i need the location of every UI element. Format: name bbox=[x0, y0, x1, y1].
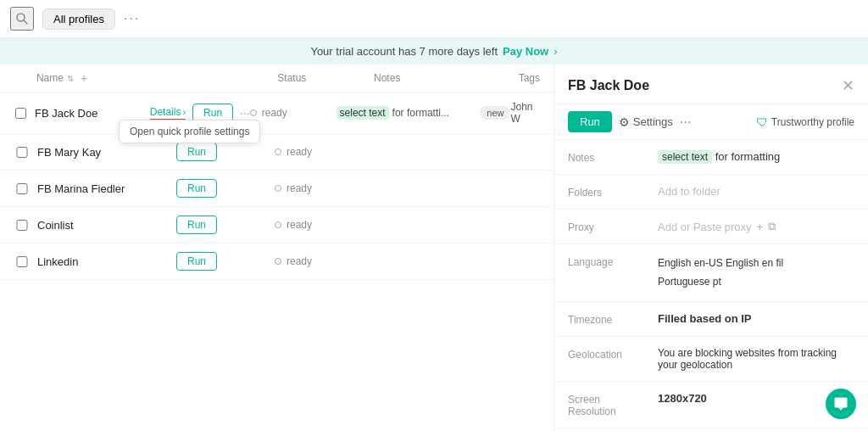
banner-arrow: › bbox=[554, 45, 557, 58]
toolbar-more-button[interactable]: ··· bbox=[680, 115, 691, 130]
search-button[interactable] bbox=[10, 7, 34, 31]
right-panel-content: Notes select text for formatting Folders… bbox=[554, 140, 868, 431]
tag-badge: new bbox=[480, 106, 510, 120]
toolbar-run-button[interactable]: Run bbox=[568, 111, 612, 132]
run-button[interactable]: Run bbox=[176, 143, 217, 161]
right-panel-toolbar: Run ⚙ Settings ··· 🛡 Trustworthy profile bbox=[554, 104, 868, 140]
column-notes: Notes bbox=[374, 72, 519, 84]
timezone-label: Timezone bbox=[568, 312, 644, 326]
status-cell: ready bbox=[275, 146, 376, 158]
table-row: Linkedin Run ready bbox=[0, 243, 554, 280]
status-cell: ready bbox=[275, 219, 376, 231]
proxy-copy-icon[interactable]: ⧉ bbox=[768, 220, 776, 233]
table-header: Name ⇅ + Status Notes Tags bbox=[0, 64, 554, 92]
sort-icon[interactable]: ⇅ bbox=[67, 74, 74, 83]
language-value: English en-US English en fil Portuguese … bbox=[658, 255, 854, 291]
settings-label: Settings bbox=[633, 115, 673, 128]
row-more-button[interactable]: ··· bbox=[240, 106, 250, 120]
profile-name-cell: Linkedin bbox=[37, 255, 173, 268]
svg-line-1 bbox=[24, 20, 27, 24]
notes-value: select text for formatting bbox=[658, 150, 854, 163]
right-panel-title: FB Jack Doe bbox=[568, 78, 835, 93]
chat-button[interactable] bbox=[826, 389, 856, 419]
run-button[interactable]: Run bbox=[176, 179, 217, 198]
table-row: FB Jack Doe Details › Run ··· ready sele… bbox=[0, 92, 554, 134]
column-status: Status bbox=[277, 72, 374, 84]
details-link[interactable]: Details › bbox=[150, 106, 186, 120]
status-text: ready bbox=[287, 219, 312, 231]
profile-name: FB Marina Fiedler bbox=[37, 182, 125, 195]
column-name: Name ⇅ + bbox=[36, 71, 181, 85]
proxy-value: Add or Paste proxy + ⧉ bbox=[658, 220, 854, 233]
status-text: ready bbox=[287, 182, 312, 194]
profile-name-cell: FB Marina Fiedler bbox=[37, 182, 173, 195]
geolocation-detail-row: Geolocation You are blocking websites fr… bbox=[554, 337, 868, 382]
status-indicator bbox=[275, 148, 281, 155]
proxy-label: Proxy bbox=[568, 220, 644, 233]
profile-name-cell: FB Mary Kay bbox=[37, 146, 173, 159]
row-checkbox[interactable] bbox=[14, 108, 28, 119]
status-cell: ready bbox=[250, 107, 337, 119]
trustworthy-label: Trustworthy profile bbox=[771, 116, 854, 128]
profile-name-cell: FB Jack Doe bbox=[35, 107, 150, 120]
folders-label: Folders bbox=[568, 185, 644, 199]
note-highlight: select text bbox=[337, 106, 389, 120]
run-button[interactable]: Run bbox=[176, 216, 217, 234]
proxy-add-icon[interactable]: + bbox=[757, 221, 764, 233]
trustworthy-badge: 🛡 Trustworthy profile bbox=[756, 115, 854, 129]
status-text: ready bbox=[287, 146, 312, 158]
note-text: for formatti... bbox=[392, 107, 449, 119]
row-checkbox[interactable] bbox=[14, 147, 31, 158]
folders-detail-row: Folders Add to folder bbox=[554, 175, 868, 210]
profile-name: FB Jack Doe bbox=[35, 107, 97, 120]
notes-highlight: select text bbox=[658, 150, 712, 164]
table-row: Coinlist Run ready bbox=[0, 207, 554, 243]
geolocation-value: You are blocking websites from tracking … bbox=[658, 347, 854, 371]
timezone-detail-row: Timezone Filled based on IP bbox=[554, 302, 868, 337]
proxy-detail-row: Proxy Add or Paste proxy + ⧉ bbox=[554, 210, 868, 244]
tooltip: Open quick profile settings bbox=[119, 120, 260, 143]
row-checkbox[interactable] bbox=[14, 220, 31, 231]
geolocation-label: Geolocation bbox=[568, 347, 644, 361]
notes-label: Notes bbox=[568, 150, 644, 164]
language-line1: English en-US English en fil bbox=[658, 255, 854, 273]
proxy-placeholder[interactable]: Add or Paste proxy bbox=[658, 221, 752, 233]
profile-name-cell: Coinlist bbox=[37, 219, 173, 232]
language-detail-row: Language English en-US English en fil Po… bbox=[554, 244, 868, 302]
table-row: FB Mary Kay Run ready bbox=[0, 134, 554, 171]
notes-detail-row: Notes select text for formatting bbox=[554, 140, 868, 175]
more-options-button[interactable]: ··· bbox=[124, 11, 140, 26]
right-panel-header: FB Jack Doe ✕ bbox=[554, 64, 868, 104]
status-indicator bbox=[275, 221, 281, 228]
row-checkbox[interactable] bbox=[14, 183, 31, 194]
timezone-value: Filled based on IP bbox=[658, 312, 854, 325]
status-indicator bbox=[275, 258, 281, 265]
screen-resolution-label: Screen Resolution bbox=[568, 392, 644, 417]
details-arrow-icon: › bbox=[182, 107, 186, 117]
settings-button[interactable]: ⚙ Settings bbox=[619, 115, 673, 129]
language-line2: Portuguese pt bbox=[658, 273, 854, 292]
column-tags: Tags bbox=[519, 72, 540, 84]
status-indicator bbox=[250, 109, 257, 116]
notes-suffix: for formatting bbox=[715, 150, 781, 163]
user-badge: John W bbox=[510, 101, 540, 125]
screen-resolution-detail-row: Screen Resolution 1280x720 bbox=[554, 382, 868, 428]
status-indicator bbox=[275, 185, 281, 192]
all-profiles-button[interactable]: All profiles bbox=[42, 8, 115, 30]
gear-icon: ⚙ bbox=[619, 115, 630, 129]
folders-value: Add to folder bbox=[658, 185, 854, 198]
status-cell: ready bbox=[275, 255, 376, 267]
profiles-table: FB Jack Doe Details › Run ··· ready sele… bbox=[0, 92, 554, 431]
add-profile-icon[interactable]: + bbox=[81, 71, 87, 85]
status-cell: ready bbox=[275, 182, 376, 194]
profile-name: Coinlist bbox=[37, 219, 74, 232]
close-button[interactable]: ✕ bbox=[842, 76, 854, 95]
folders-placeholder[interactable]: Add to folder bbox=[658, 185, 721, 198]
shield-icon: 🛡 bbox=[756, 115, 768, 129]
row-checkbox[interactable] bbox=[14, 256, 31, 267]
run-button[interactable]: Run bbox=[176, 252, 217, 271]
trial-banner: Your trial account has 7 more days left … bbox=[0, 38, 868, 64]
profile-name: Linkedin bbox=[37, 255, 78, 268]
pay-now-link[interactable]: Pay Now bbox=[503, 45, 548, 58]
status-text: ready bbox=[287, 255, 312, 267]
